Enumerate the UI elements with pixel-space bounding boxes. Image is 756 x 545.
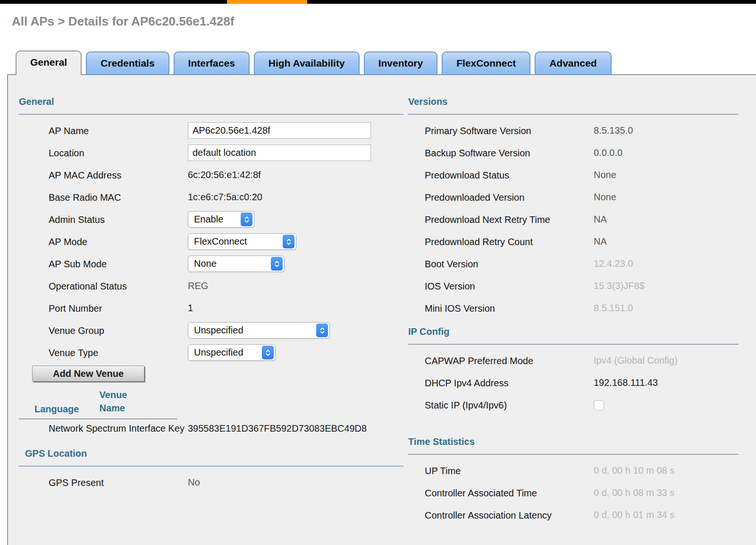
primary-software-version-row: Primary Software Version 8.5.135.0 — [408, 119, 756, 142]
dhcp-ipv4-address-value: 192.168.111.43 — [594, 377, 658, 388]
operational-status-value: REG — [188, 281, 208, 291]
tab-bar: General Credentials Interfaces High Avai… — [16, 51, 756, 75]
base-radio-mac-label: Base Radio MAC — [49, 191, 188, 204]
operational-status-row: Operational Status REG — [19, 275, 403, 297]
predownload-retry-count-value: NA — [594, 236, 607, 247]
add-new-venue-button[interactable]: Add New Venue — [32, 366, 144, 382]
location-row: Location — [19, 142, 403, 164]
ap-name-label: AP Name — [49, 125, 188, 137]
up-time-row: UP Time 0 d, 00 h 10 m 08 s — [408, 460, 756, 482]
time-statistics-rows: UP Time 0 d, 00 h 10 m 08 s Controller A… — [408, 460, 756, 526]
backup-software-version-value: 0.0.0.0 — [594, 147, 622, 158]
predownload-next-retry-time-row: Predownload Next Retry Time NA — [408, 208, 756, 230]
venue-table-divider — [19, 418, 177, 419]
up-time-label: UP Time — [425, 465, 594, 477]
venue-name-column-header: Venue Name — [99, 388, 137, 415]
ap-sub-mode-selected-value: None — [188, 258, 217, 269]
ap-mac-value: 6c:20:56:e1:42:8f — [188, 170, 261, 180]
ap-details-page: All APs > Details for AP6c20.56e1.428f G… — [0, 0, 756, 545]
operational-status-label: Operational Status — [49, 280, 188, 292]
mini-ios-version-label: Mini IOS Version — [425, 302, 594, 315]
chevron-up-down-icon — [283, 235, 294, 248]
top-banner — [0, 0, 756, 4]
controller-association-latency-row: Controller Association Latency 0 d, 00 h… — [408, 504, 756, 526]
tab-credentials[interactable]: Credentials — [86, 51, 169, 75]
backup-software-version-label: Backup Software Version — [425, 147, 594, 159]
location-label: Location — [49, 147, 188, 159]
tab-flexconnect[interactable]: FlexConnect — [442, 51, 530, 75]
location-input[interactable] — [188, 145, 371, 161]
static-ip-checkbox[interactable] — [594, 400, 604, 410]
tab-inventory[interactable]: Inventory — [364, 51, 438, 75]
gps-present-row: GPS Present No — [19, 471, 403, 494]
tab-general[interactable]: General — [16, 51, 82, 75]
tab-advanced[interactable]: Advanced — [535, 51, 611, 75]
port-number-row: Port Number 1 — [19, 297, 403, 319]
ap-sub-mode-select[interactable]: None — [188, 255, 285, 272]
ios-version-value: 15.3(3)JF8$ — [594, 281, 645, 291]
dhcp-ipv4-address-row: DHCP Ipv4 Address 192.168.111.43 — [408, 372, 756, 394]
chevron-up-down-icon — [316, 324, 328, 337]
general-section-title: General — [19, 96, 403, 107]
chevron-up-down-icon — [241, 213, 252, 226]
backup-software-version-row: Backup Software Version 0.0.0.0 — [408, 142, 756, 164]
static-ip-row: Static IP (Ipv4/Ipv6) — [408, 394, 756, 416]
primary-software-version-value: 8.5.135.0 — [594, 125, 633, 136]
admin-status-row: Admin Status Enable — [19, 208, 403, 230]
predownload-status-value: None — [594, 170, 616, 180]
boot-version-row: Boot Version 12.4.23.0 — [408, 253, 756, 275]
network-spectrum-key-value: 395583E191D367FB592D73083EBC49D8 — [188, 423, 367, 434]
ap-name-input[interactable] — [188, 122, 371, 139]
ap-mac-label: AP MAC Address — [49, 169, 188, 181]
port-number-label: Port Number — [49, 302, 188, 315]
mini-ios-version-value: 8.5.151.0 — [594, 303, 633, 314]
predownload-next-retry-time-label: Predownload Next Retry Time — [425, 213, 594, 226]
ap-sub-mode-label: AP Sub Mode — [49, 258, 188, 270]
base-radio-mac-row: Base Radio MAC 1c:e6:c7:5a:c0:20 — [19, 186, 403, 208]
section-divider — [408, 344, 739, 345]
ap-mode-label: AP Mode — [49, 236, 188, 248]
controller-associated-time-row: Controller Associated Time 0 d, 00 h 08 … — [408, 482, 756, 504]
right-column: Versions Primary Software Version 8.5.13… — [403, 75, 756, 545]
admin-status-label: Admin Status — [49, 213, 188, 226]
predownload-retry-count-row: Predownload Retry Count NA — [408, 230, 756, 253]
venue-table-header: Language Venue Name — [34, 388, 403, 415]
gps-rows: GPS Present No — [19, 471, 403, 494]
predownload-retry-count-label: Predownload Retry Count — [425, 236, 594, 248]
controller-associated-time-label: Controller Associated Time — [425, 487, 594, 499]
venue-group-label: Venue Group — [49, 324, 188, 337]
venue-type-select[interactable]: Unspecified — [188, 344, 276, 361]
ap-sub-mode-row: AP Sub Mode None — [19, 253, 403, 275]
admin-status-selected-value: Enable — [188, 214, 223, 225]
ip-config-section-title: IP Config — [408, 326, 756, 337]
left-column: General AP Name Location AP MAC Address … — [8, 75, 403, 545]
general-tab-panel: General AP Name Location AP MAC Address … — [7, 74, 756, 545]
gps-present-value: No — [188, 477, 200, 488]
tab-high-availability[interactable]: High Availability — [254, 51, 360, 75]
breadcrumb: All APs > Details for AP6c20.56e1.428f — [12, 14, 756, 28]
venue-group-select[interactable]: Unspecified — [188, 322, 330, 339]
predownload-status-label: Predownload Status — [425, 169, 594, 181]
venue-type-row: Venue Type Unspecified — [19, 341, 403, 364]
capwap-preferred-mode-label: CAPWAP Preferred Mode — [425, 355, 594, 367]
ap-mode-selected-value: FlexConnect — [188, 236, 247, 247]
ap-mode-select[interactable]: FlexConnect — [188, 233, 296, 250]
primary-software-version-label: Primary Software Version — [425, 125, 594, 137]
admin-status-select[interactable]: Enable — [188, 211, 254, 228]
chevron-up-down-icon — [271, 257, 283, 271]
controller-association-latency-value: 0 d, 00 h 01 m 34 s — [594, 510, 674, 520]
chevron-up-down-icon — [262, 346, 274, 359]
network-spectrum-key-label: Network Spectrum Interface Key — [49, 422, 188, 434]
gps-location-section-title: GPS Location — [19, 448, 403, 459]
capwap-preferred-mode-value: Ipv4 (Global Config) — [594, 355, 678, 366]
section-divider — [19, 114, 403, 115]
ios-version-row: IOS Version 15.3(3)JF8$ — [408, 275, 756, 297]
network-spectrum-key-row: Network Spectrum Interface Key 395583E19… — [19, 422, 403, 434]
predownloaded-version-label: Predownloaded Version — [425, 191, 594, 204]
base-radio-mac-value: 1c:e6:c7:5a:c0:20 — [188, 192, 262, 203]
tab-interfaces[interactable]: Interfaces — [174, 51, 250, 75]
venue-group-selected-value: Unspecified — [188, 325, 244, 336]
predownloaded-version-row: Predownloaded Version None — [408, 186, 756, 208]
predownload-next-retry-time-value: NA — [594, 214, 607, 225]
general-rows: AP Name Location AP MAC Address 6c:20:56… — [19, 119, 403, 364]
